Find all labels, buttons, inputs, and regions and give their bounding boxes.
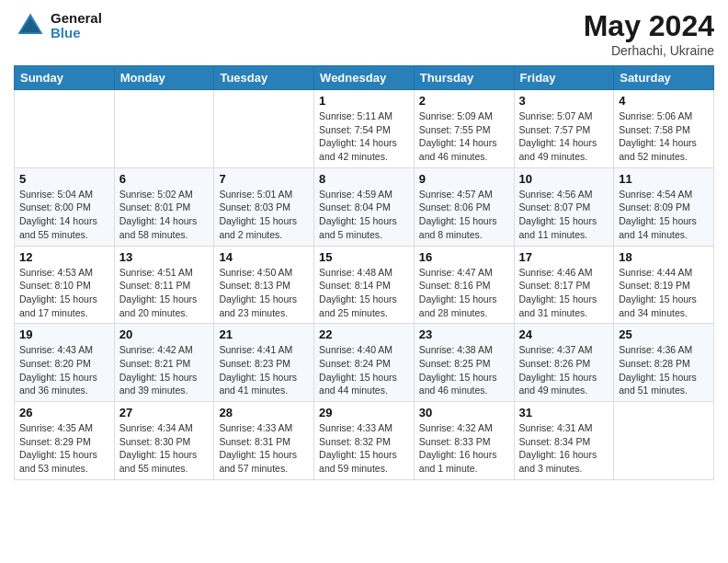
day-info: Sunrise: 4:36 AMSunset: 8:28 PMDaylight:… [619, 343, 709, 397]
month-title: May 2024 [584, 9, 714, 43]
day-number: 29 [319, 406, 409, 419]
calendar-cell: 7Sunrise: 5:01 AMSunset: 8:03 PMDaylight… [214, 167, 314, 246]
calendar-cell: 30Sunrise: 4:32 AMSunset: 8:33 PMDayligh… [414, 402, 514, 480]
day-number: 8 [319, 172, 409, 186]
calendar-table: SundayMondayTuesdayWednesdayThursdayFrid… [14, 65, 714, 480]
day-number: 7 [219, 172, 309, 186]
day-info: Sunrise: 4:42 AMSunset: 8:21 PMDaylight:… [119, 343, 210, 397]
calendar-cell: 2Sunrise: 5:09 AMSunset: 7:55 PMDaylight… [414, 90, 514, 168]
day-info: Sunrise: 4:43 AMSunset: 8:20 PMDaylight:… [19, 343, 109, 397]
week-row-4: 19Sunrise: 4:43 AMSunset: 8:20 PMDayligh… [15, 324, 714, 402]
calendar-cell: 4Sunrise: 5:06 AMSunset: 7:58 PMDaylight… [614, 90, 714, 168]
calendar-cell: 21Sunrise: 4:41 AMSunset: 8:23 PMDayligh… [214, 324, 314, 402]
calendar-cell: 25Sunrise: 4:36 AMSunset: 8:28 PMDayligh… [614, 324, 714, 402]
day-number: 27 [119, 406, 210, 419]
calendar-cell: 3Sunrise: 5:07 AMSunset: 7:57 PMDaylight… [514, 90, 614, 168]
calendar-cell: 17Sunrise: 4:46 AMSunset: 8:17 PMDayligh… [514, 246, 614, 324]
calendar-cell: 12Sunrise: 4:53 AMSunset: 8:10 PMDayligh… [15, 246, 115, 324]
calendar-cell: 18Sunrise: 4:44 AMSunset: 8:19 PMDayligh… [614, 246, 714, 324]
day-info: Sunrise: 4:37 AMSunset: 8:26 PMDaylight:… [519, 343, 609, 397]
day-info: Sunrise: 4:56 AMSunset: 8:07 PMDaylight:… [519, 188, 609, 242]
day-info: Sunrise: 4:54 AMSunset: 8:09 PMDaylight:… [619, 188, 709, 242]
day-number: 2 [419, 94, 509, 108]
day-header-row: SundayMondayTuesdayWednesdayThursdayFrid… [15, 66, 714, 90]
day-number: 3 [519, 94, 609, 108]
day-number: 21 [219, 327, 309, 341]
day-info: Sunrise: 5:09 AMSunset: 7:55 PMDaylight:… [419, 109, 509, 164]
day-info: Sunrise: 4:53 AMSunset: 8:10 PMDaylight:… [19, 266, 109, 320]
day-number: 20 [119, 327, 210, 341]
calendar-cell: 11Sunrise: 4:54 AMSunset: 8:09 PMDayligh… [614, 167, 714, 246]
day-header-wednesday: Wednesday [314, 66, 415, 90]
calendar-cell: 14Sunrise: 4:50 AMSunset: 8:13 PMDayligh… [214, 246, 314, 324]
day-info: Sunrise: 4:41 AMSunset: 8:23 PMDaylight:… [219, 343, 309, 397]
day-number: 16 [419, 250, 509, 264]
calendar-cell: 15Sunrise: 4:48 AMSunset: 8:14 PMDayligh… [314, 246, 415, 324]
day-header-thursday: Thursday [414, 66, 514, 90]
header: General Blue May 2024 Derhachi, Ukraine [14, 9, 714, 58]
day-number: 31 [519, 406, 609, 419]
calendar-cell: 19Sunrise: 4:43 AMSunset: 8:20 PMDayligh… [15, 324, 115, 402]
day-header-friday: Friday [514, 66, 614, 90]
day-info: Sunrise: 4:50 AMSunset: 8:13 PMDaylight:… [219, 266, 309, 320]
calendar-cell: 5Sunrise: 5:04 AMSunset: 8:00 PMDaylight… [15, 167, 115, 246]
calendar-cell: 16Sunrise: 4:47 AMSunset: 8:16 PMDayligh… [414, 246, 514, 324]
day-number: 1 [319, 94, 409, 108]
day-info: Sunrise: 5:04 AMSunset: 8:00 PMDaylight:… [19, 188, 109, 242]
day-number: 14 [219, 250, 309, 264]
day-number: 10 [519, 172, 609, 186]
calendar-cell [114, 90, 214, 168]
day-number: 19 [19, 327, 109, 341]
day-info: Sunrise: 4:51 AMSunset: 8:11 PMDaylight:… [119, 266, 210, 320]
day-info: Sunrise: 4:47 AMSunset: 8:16 PMDaylight:… [419, 266, 509, 320]
calendar-cell: 31Sunrise: 4:31 AMSunset: 8:34 PMDayligh… [514, 402, 614, 480]
day-number: 28 [219, 406, 309, 419]
day-info: Sunrise: 4:34 AMSunset: 8:30 PMDaylight:… [119, 421, 210, 476]
day-header-monday: Monday [114, 66, 214, 90]
day-info: Sunrise: 4:35 AMSunset: 8:29 PMDaylight:… [19, 421, 109, 476]
day-number: 17 [519, 250, 609, 264]
logo: General Blue [14, 9, 102, 42]
day-number: 30 [419, 406, 509, 419]
page: General Blue May 2024 Derhachi, Ukraine … [0, 0, 728, 563]
calendar-cell: 22Sunrise: 4:40 AMSunset: 8:24 PMDayligh… [314, 324, 415, 402]
week-row-3: 12Sunrise: 4:53 AMSunset: 8:10 PMDayligh… [15, 246, 714, 324]
day-number: 9 [419, 172, 509, 186]
day-info: Sunrise: 5:02 AMSunset: 8:01 PMDaylight:… [119, 188, 210, 242]
day-info: Sunrise: 4:46 AMSunset: 8:17 PMDaylight:… [519, 266, 609, 320]
calendar-cell: 24Sunrise: 4:37 AMSunset: 8:26 PMDayligh… [514, 324, 614, 402]
day-number: 4 [619, 94, 709, 108]
day-info: Sunrise: 4:31 AMSunset: 8:34 PMDaylight:… [519, 421, 609, 476]
day-info: Sunrise: 4:40 AMSunset: 8:24 PMDaylight:… [319, 343, 409, 397]
calendar-cell: 28Sunrise: 4:33 AMSunset: 8:31 PMDayligh… [214, 402, 314, 480]
day-info: Sunrise: 5:01 AMSunset: 8:03 PMDaylight:… [219, 188, 309, 242]
day-number: 15 [319, 250, 409, 264]
day-number: 26 [19, 406, 109, 419]
day-number: 18 [619, 250, 709, 264]
day-number: 23 [419, 327, 509, 341]
calendar-cell: 23Sunrise: 4:38 AMSunset: 8:25 PMDayligh… [414, 324, 514, 402]
day-info: Sunrise: 5:07 AMSunset: 7:57 PMDaylight:… [519, 109, 609, 164]
title-block: May 2024 Derhachi, Ukraine [584, 9, 714, 58]
day-info: Sunrise: 4:33 AMSunset: 8:32 PMDaylight:… [319, 421, 409, 476]
location: Derhachi, Ukraine [584, 43, 714, 58]
day-number: 6 [119, 172, 210, 186]
logo-icon [14, 9, 47, 42]
day-number: 5 [19, 172, 109, 186]
week-row-5: 26Sunrise: 4:35 AMSunset: 8:29 PMDayligh… [15, 402, 714, 480]
calendar-cell [15, 90, 115, 168]
day-number: 11 [619, 172, 709, 186]
day-header-sunday: Sunday [15, 66, 115, 90]
calendar-cell: 29Sunrise: 4:33 AMSunset: 8:32 PMDayligh… [314, 402, 415, 480]
day-header-saturday: Saturday [614, 66, 714, 90]
calendar-cell: 10Sunrise: 4:56 AMSunset: 8:07 PMDayligh… [514, 167, 614, 246]
day-number: 22 [319, 327, 409, 341]
day-header-tuesday: Tuesday [214, 66, 314, 90]
week-row-2: 5Sunrise: 5:04 AMSunset: 8:00 PMDaylight… [15, 167, 714, 246]
day-info: Sunrise: 5:06 AMSunset: 7:58 PMDaylight:… [619, 109, 709, 164]
calendar-cell: 6Sunrise: 5:02 AMSunset: 8:01 PMDaylight… [114, 167, 214, 246]
day-info: Sunrise: 4:59 AMSunset: 8:04 PMDaylight:… [319, 188, 409, 242]
day-number: 12 [19, 250, 109, 264]
day-info: Sunrise: 4:33 AMSunset: 8:31 PMDaylight:… [219, 421, 309, 476]
day-info: Sunrise: 4:32 AMSunset: 8:33 PMDaylight:… [419, 421, 509, 476]
